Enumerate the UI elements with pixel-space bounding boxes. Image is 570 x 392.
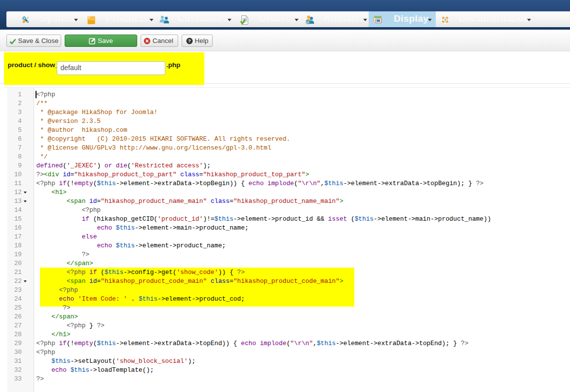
svg-text:$: $ xyxy=(307,20,309,24)
svg-text:?: ? xyxy=(444,18,447,22)
svg-text:?: ? xyxy=(188,38,191,43)
